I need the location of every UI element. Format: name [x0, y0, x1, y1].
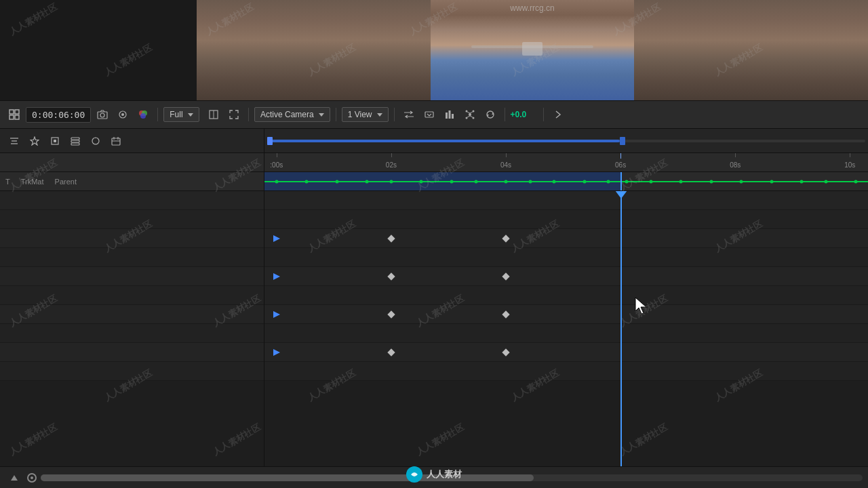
track-7-kf-1[interactable] [387, 310, 395, 318]
quality-dropdown[interactable]: Full [163, 107, 199, 122]
track-9-kf-1[interactable] [387, 348, 395, 356]
track-3-start-marker [273, 235, 280, 242]
color-button[interactable] [134, 106, 152, 123]
track-5-kf-1[interactable] [387, 272, 395, 280]
snap-button[interactable] [205, 106, 222, 123]
panel-left-header [0, 129, 264, 152]
layers-icon [71, 136, 80, 146]
view-dropdown-label: 1 View [348, 110, 372, 119]
render-button[interactable] [420, 106, 438, 123]
track-2 [264, 210, 868, 229]
svg-rect-1 [15, 110, 19, 114]
green-dot [800, 180, 804, 183]
svg-rect-37 [112, 138, 120, 145]
snap-icon [209, 110, 218, 119]
align-icon-button[interactable] [5, 132, 23, 150]
trkmat-t-label: T [5, 178, 10, 186]
parent-text: Parent [55, 178, 77, 186]
track-3-kf-1[interactable] [387, 235, 395, 242]
svg-line-22 [467, 112, 470, 113]
layout-icon-button[interactable] [5, 106, 23, 123]
track-7-kf-2[interactable] [502, 310, 509, 318]
render-icon [425, 110, 434, 119]
track-4 [264, 248, 868, 267]
track-3-kf-2[interactable] [502, 235, 509, 242]
timeline-labels [0, 191, 264, 466]
layers-icon-button[interactable] [66, 132, 84, 150]
graph-icon [445, 110, 454, 119]
preview-image [197, 0, 868, 100]
bottom-logo-text: 人人素材 [427, 468, 462, 481]
track-5-kf-2[interactable] [502, 272, 509, 280]
timeline-panel: :00s 02s 04s 06s 08s 10s T TrkMat Parent [0, 129, 868, 488]
network-icon [465, 110, 475, 119]
green-dot [528, 180, 532, 183]
oval-icon-button[interactable] [87, 132, 104, 150]
divider-3 [336, 108, 336, 121]
track-9-kf-2[interactable] [502, 348, 509, 356]
green-dot [649, 180, 652, 183]
svg-point-5 [100, 113, 104, 117]
divider-6 [543, 108, 544, 121]
timeline-tracks [264, 191, 868, 466]
ruler-mark-8: 08s [730, 161, 741, 169]
svg-rect-32 [71, 140, 79, 142]
track-label-9 [0, 343, 264, 362]
track-label-1 [0, 191, 264, 210]
svg-rect-30 [54, 140, 56, 142]
track-9 [264, 343, 868, 362]
scroll-up-button[interactable] [5, 469, 23, 487]
arrow-right-button[interactable] [549, 106, 567, 123]
track-label-5 [0, 267, 264, 286]
divider-1 [157, 108, 158, 121]
work-area-bar[interactable] [267, 137, 865, 145]
green-dot [335, 180, 338, 183]
refresh-button[interactable] [481, 106, 499, 123]
quality-chevron-icon [188, 113, 193, 117]
svg-rect-14 [446, 113, 448, 119]
panel-icon-row [5, 132, 125, 150]
network-button[interactable] [461, 106, 479, 123]
tick-8 [735, 153, 736, 157]
track-5 [264, 267, 868, 286]
swap-button[interactable] [400, 106, 418, 123]
circle-button[interactable] [114, 106, 132, 123]
ruler-mark-4: 04s [500, 161, 511, 169]
track-5-start-marker [273, 273, 280, 280]
work-area-start[interactable] [267, 137, 273, 145]
camera-button[interactable] [94, 106, 111, 123]
expand-button[interactable] [225, 106, 243, 123]
panel-right-header [264, 129, 868, 152]
green-dot [389, 180, 393, 183]
svg-rect-3 [15, 115, 19, 119]
expand-icon [229, 110, 239, 119]
green-dot [305, 180, 309, 183]
view-dropdown[interactable]: 1 View [342, 107, 389, 122]
svg-point-21 [472, 117, 474, 119]
ruler-mark-2: 02s [386, 161, 397, 169]
timeline-ruler: :00s 02s 04s 06s 08s 10s [0, 153, 868, 172]
calendar-icon-button[interactable] [107, 132, 125, 150]
trkmat-right [264, 172, 868, 190]
star-icon-button[interactable] [26, 132, 43, 150]
svg-marker-41 [11, 475, 18, 481]
layout-icon [9, 109, 20, 120]
green-dot [474, 180, 477, 183]
green-dot [505, 180, 508, 183]
position-circle [27, 473, 37, 483]
track-9-start-marker [273, 349, 280, 356]
timecode-display[interactable]: 0:00:06:00 [26, 107, 91, 123]
svg-rect-31 [71, 138, 79, 140]
camera-dropdown[interactable]: Active Camera [254, 107, 330, 122]
view-chevron-icon [377, 113, 382, 117]
tick-10 [850, 153, 850, 157]
ruler-track[interactable]: :00s 02s 04s 06s 08s 10s [264, 153, 868, 171]
svg-rect-15 [448, 110, 450, 119]
transform-icon-button[interactable] [46, 132, 64, 150]
tick-0 [277, 153, 277, 157]
value-display: +0.0 [511, 110, 538, 119]
graph-button[interactable] [441, 106, 458, 123]
work-area-end[interactable] [620, 137, 625, 145]
svg-line-23 [470, 112, 473, 113]
track-label-10 [0, 362, 264, 381]
